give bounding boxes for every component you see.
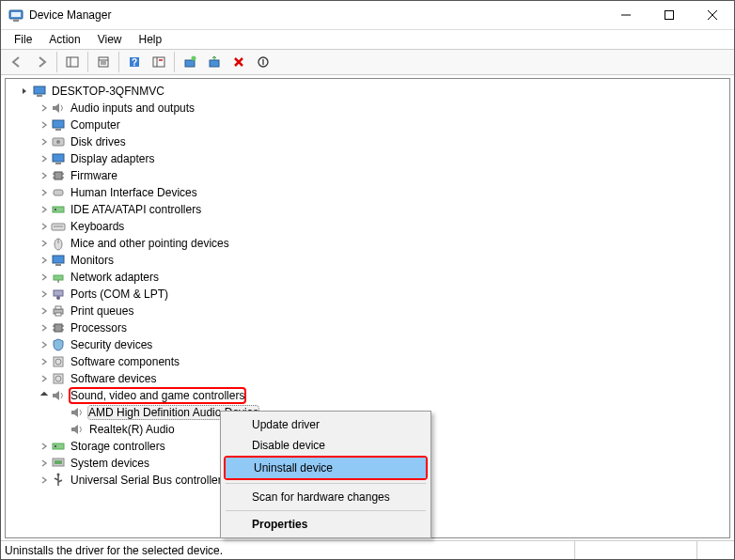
svg-rect-43: [55, 264, 61, 266]
maximize-button[interactable]: [648, 1, 691, 29]
tree-item-label: Display adapters: [69, 152, 156, 165]
speaker-icon: [51, 101, 66, 116]
svg-rect-51: [55, 324, 62, 332]
usb-icon: [51, 473, 66, 488]
tree-item[interactable]: Software components: [6, 353, 729, 370]
tree-item[interactable]: IDE ATA/ATAPI controllers: [6, 201, 729, 218]
help-button[interactable]: ?: [123, 51, 146, 73]
expand-arrow-icon[interactable]: [38, 474, 51, 487]
tree-root-label: DESKTOP-3QFNMVC: [50, 85, 166, 98]
tree-item-realtek-label: Realtek(R) Audio: [87, 423, 177, 436]
expand-arrow-icon[interactable]: [38, 169, 51, 182]
statusbar-cell: [696, 541, 734, 559]
expand-arrow-icon[interactable]: [38, 355, 51, 368]
window-title: Device Manager: [29, 8, 604, 22]
expand-arrow-icon[interactable]: [38, 271, 51, 284]
tree-item[interactable]: Security devices: [6, 336, 729, 353]
tree-item[interactable]: Firmware: [6, 167, 729, 184]
system-icon: [51, 456, 66, 471]
expand-arrow-icon[interactable]: [38, 118, 51, 132]
titlebar: Device Manager: [1, 1, 734, 30]
expand-arrow-icon[interactable]: [38, 237, 51, 250]
tree-item[interactable]: Display adapters: [6, 150, 729, 167]
tree-item[interactable]: Ports (COM & LPT): [6, 286, 729, 303]
expand-arrow-icon[interactable]: [38, 220, 51, 233]
svg-rect-4: [665, 11, 674, 20]
tree-item[interactable]: Monitors: [6, 252, 729, 269]
tree-item[interactable]: Software devices: [6, 370, 729, 387]
forward-button[interactable]: [30, 51, 53, 73]
expand-arrow-icon[interactable]: [38, 203, 51, 216]
menu-help[interactable]: Help: [132, 32, 170, 47]
svg-point-19: [192, 56, 196, 61]
svg-rect-17: [159, 59, 163, 61]
menu-file[interactable]: File: [7, 32, 39, 47]
expand-arrow-icon[interactable]: [19, 85, 32, 98]
context-scan-hardware[interactable]: Scan for hardware changes: [224, 487, 428, 507]
expand-arrow-icon[interactable]: [38, 254, 51, 267]
svg-point-27: [56, 140, 60, 144]
tree-item[interactable]: Print queues: [6, 303, 729, 319]
scan-hardware-button[interactable]: [203, 51, 226, 73]
expand-arrow-icon[interactable]: [38, 101, 51, 115]
printer-icon: [51, 303, 66, 319]
speaker-icon: [51, 388, 66, 403]
expand-arrow-icon[interactable]: [38, 457, 51, 470]
expand-arrow-icon[interactable]: [38, 440, 51, 453]
context-update-driver[interactable]: Update driver: [224, 414, 428, 435]
statusbar-text: Uninstalls the driver for the selected d…: [5, 544, 574, 557]
tree-item-label: Ports (COM & LPT): [69, 288, 170, 301]
svg-rect-24: [53, 120, 64, 128]
svg-rect-23: [37, 95, 42, 97]
update-driver-button[interactable]: [179, 51, 201, 73]
tree-item[interactable]: Disk drives: [6, 133, 729, 150]
tree-item[interactable]: Keyboards: [6, 218, 729, 235]
action-button[interactable]: [148, 51, 170, 73]
app-icon: [8, 8, 23, 23]
tree-item[interactable]: Human Interface Devices: [6, 184, 729, 201]
expand-arrow-icon[interactable]: [38, 338, 51, 351]
context-uninstall-device[interactable]: Uninstall device: [226, 458, 426, 478]
tree-item[interactable]: Audio inputs and outputs: [6, 100, 729, 117]
close-button[interactable]: [691, 1, 734, 29]
expand-arrow-icon[interactable]: [38, 321, 51, 334]
tree-item-label: Audio inputs and outputs: [69, 101, 196, 115]
svg-rect-18: [185, 60, 195, 67]
tree-item[interactable]: Processors: [6, 319, 729, 336]
menu-view[interactable]: View: [90, 32, 130, 47]
tree-root[interactable]: DESKTOP-3QFNMVC: [6, 83, 729, 100]
monitor-icon: [51, 117, 66, 132]
tree-item-label: Firmware: [69, 169, 119, 182]
collapse-arrow-icon[interactable]: [38, 389, 51, 402]
svg-rect-25: [55, 129, 61, 131]
expand-arrow-icon[interactable]: [38, 372, 51, 385]
expand-arrow-icon[interactable]: [38, 152, 51, 165]
tree-item[interactable]: Network adapters: [6, 269, 729, 286]
expand-arrow-icon[interactable]: [38, 288, 51, 301]
security-icon: [51, 337, 66, 352]
context-properties[interactable]: Properties: [224, 514, 428, 535]
properties-button[interactable]: [92, 51, 115, 73]
uninstall-device-button[interactable]: [227, 51, 250, 73]
svg-rect-46: [54, 290, 63, 296]
toolbar: ?: [1, 49, 734, 75]
tree-item-label: IDE ATA/ATAPI controllers: [69, 203, 203, 216]
expand-arrow-icon[interactable]: [38, 186, 51, 199]
disable-device-button[interactable]: [252, 51, 274, 73]
expand-arrow-icon[interactable]: [38, 304, 51, 318]
expand-arrow-icon[interactable]: [38, 135, 51, 148]
svg-rect-60: [53, 443, 64, 449]
menu-action[interactable]: Action: [41, 32, 87, 47]
tree-item-sound[interactable]: Sound, video and game controllers: [6, 387, 252, 404]
back-button[interactable]: [6, 51, 28, 73]
controller-icon: [51, 439, 66, 454]
minimize-button[interactable]: [604, 1, 648, 29]
disk-icon: [51, 134, 66, 149]
tree-item-label: Disk drives: [69, 135, 128, 148]
show-hide-console-button[interactable]: [61, 51, 84, 73]
svg-rect-28: [53, 154, 64, 162]
context-disable-device[interactable]: Disable device: [224, 435, 428, 456]
tree-item[interactable]: Computer: [6, 117, 729, 133]
tree-item[interactable]: Mice and other pointing devices: [6, 235, 729, 252]
chip-icon: [51, 320, 66, 335]
